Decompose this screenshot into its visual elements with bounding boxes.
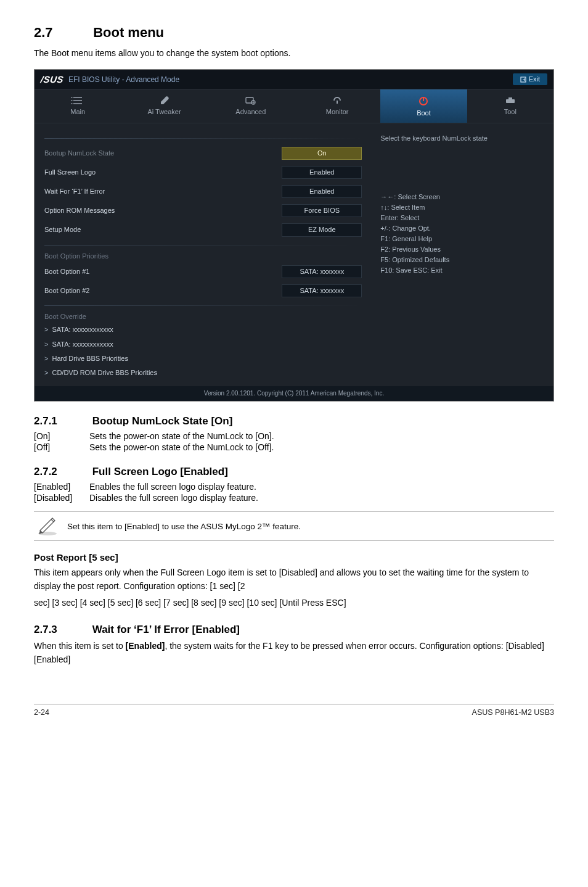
section-number: 2.7: [34, 25, 89, 41]
svg-rect-10: [508, 97, 512, 99]
def-val: Sets the power-on state of the NumLock t…: [89, 431, 554, 441]
key-hint: +/-: Change Opt.: [380, 223, 544, 234]
note-text: Set this item to [Enabled] to use the AS…: [67, 522, 301, 531]
page-number: 2-24: [34, 708, 49, 717]
subsection-title: Wait for ‘F1’ If Error [Enabled]: [92, 624, 240, 635]
exit-icon: [520, 76, 526, 83]
row-override-cd[interactable]: >CD/DVD ROM Drive BBS Priorities: [44, 366, 362, 380]
svg-point-2: [71, 100, 73, 101]
subsection-271: 2.7.1 Bootup NumLock State [On]: [34, 415, 554, 427]
list-icon: [71, 96, 84, 105]
monitor-icon: [330, 96, 344, 105]
label-numlock: Bootup NumLock State: [44, 149, 282, 157]
bios-panel: /SUS EFI BIOS Utility - Advanced Mode Ex…: [34, 69, 554, 402]
key-hint: Enter: Select: [380, 213, 544, 223]
note-pencil-icon: [35, 516, 60, 537]
post-report-p1: This item appears only when the Full Scr…: [34, 566, 554, 593]
tab-advanced[interactable]: Advanced: [208, 89, 294, 122]
bios-titlebar: /SUS EFI BIOS Utility - Advanced Mode Ex…: [35, 70, 553, 89]
label-override-sata2: SATA: xxxxxxxxxxxx: [52, 340, 362, 349]
label-optrom: Option ROM Messages: [44, 207, 282, 215]
subsection-title: Full Screen Logo [Enabled]: [92, 466, 228, 477]
body-bold: [Enabled]: [126, 641, 165, 651]
subsection-number: 2.7.3: [34, 624, 89, 636]
boot-override-header: Boot Override: [44, 311, 362, 323]
key-hints: →←: Select Screen ↑↓: Select Item Enter:…: [380, 192, 544, 276]
tab-ai-tweaker[interactable]: Ai Tweaker: [121, 89, 207, 122]
row-override-hdd[interactable]: >Hard Drive BBS Priorities: [44, 352, 362, 366]
label-override-cd: CD/DVD ROM Drive BBS Priorities: [52, 369, 362, 377]
row-override-sata2[interactable]: >SATA: xxxxxxxxxxxx: [44, 337, 362, 352]
key-hint: F1: General Help: [380, 234, 544, 244]
label-override-sata1: SATA: xxxxxxxxxxxx: [52, 326, 362, 334]
bios-title: EFI BIOS Utility - Advanced Mode: [68, 75, 179, 84]
row-numlock[interactable]: Bootup NumLock State On: [44, 144, 362, 163]
def-val: Sets the power-on state of the NumLock t…: [89, 442, 554, 452]
row-optrom[interactable]: Option ROM Messages Force BIOS: [44, 201, 362, 220]
advanced-icon: [244, 96, 258, 105]
svg-rect-8: [423, 97, 424, 101]
section-heading: 2.7 Boot menu: [34, 25, 554, 41]
tab-tool-label: Tool: [467, 108, 553, 116]
bios-footer: Version 2.00.1201. Copyright (C) 2011 Am…: [35, 386, 553, 401]
subsection-273-body: When this item is set to [Enabled], the …: [34, 640, 554, 666]
key-hint: F5: Optimized Defaults: [380, 255, 544, 265]
key-hint: F10: Save ESC: Exit: [380, 265, 544, 276]
row-setupmode[interactable]: Setup Mode EZ Mode: [44, 220, 362, 239]
value-logo[interactable]: Enabled: [282, 166, 362, 179]
label-setupmode: Setup Mode: [44, 226, 282, 234]
brand-logo: /SUS: [40, 74, 65, 85]
def-key: [On]: [34, 431, 89, 441]
label-logo: Full Screen Logo: [44, 168, 282, 176]
key-hint: ↑↓: Select Item: [380, 202, 544, 213]
row-waitf1[interactable]: Wait For ‘F1’ If Error Enabled: [44, 182, 362, 201]
value-numlock[interactable]: On: [282, 147, 362, 160]
value-setupmode[interactable]: EZ Mode: [282, 223, 362, 236]
tool-icon: [504, 96, 517, 105]
tab-boot[interactable]: Boot: [380, 89, 467, 122]
post-report-heading: Post Report [5 sec]: [34, 552, 554, 563]
product-name: ASUS P8H61-M2 USB3: [472, 708, 554, 717]
def-key: [Off]: [34, 442, 89, 452]
tab-main[interactable]: Main: [35, 89, 121, 122]
svg-point-3: [71, 103, 73, 104]
section-title: Boot menu: [93, 25, 164, 40]
svg-rect-9: [506, 99, 515, 103]
row-boot-opt1[interactable]: Boot Option #1 SATA: xxxxxxx: [44, 262, 362, 281]
row-override-sata1[interactable]: >SATA: xxxxxxxxxxxx: [44, 323, 362, 337]
tab-monitor[interactable]: Monitor: [294, 89, 380, 122]
row-boot-opt2[interactable]: Boot Option #2 SATA: xxxxxxx: [44, 281, 362, 300]
power-icon: [417, 96, 430, 107]
def-val: Disables the full screen logo display fe…: [89, 493, 554, 503]
value-boot-opt2[interactable]: SATA: xxxxxxx: [282, 284, 362, 297]
value-optrom[interactable]: Force BIOS: [282, 204, 362, 217]
key-hint: F2: Previous Values: [380, 244, 544, 255]
value-waitf1[interactable]: Enabled: [282, 185, 362, 198]
def-list-272: [Enabled]Enables the full screen logo di…: [34, 482, 554, 503]
label-override-hdd: Hard Drive BBS Priorities: [52, 355, 362, 363]
tab-monitor-label: Monitor: [294, 108, 380, 116]
tab-tool[interactable]: Tool: [467, 89, 553, 122]
def-key: [Enabled]: [34, 482, 89, 492]
chevron-right-icon: >: [44, 355, 48, 363]
tab-boot-label: Boot: [380, 109, 467, 117]
chevron-right-icon: >: [44, 369, 48, 377]
value-boot-opt1[interactable]: SATA: xxxxxxx: [282, 265, 362, 278]
def-val: Enables the full screen logo display fea…: [89, 482, 554, 492]
tab-advanced-label: Advanced: [208, 108, 294, 116]
svg-point-1: [71, 97, 73, 98]
subsection-title: Bootup NumLock State [On]: [92, 415, 233, 427]
chevron-right-icon: >: [44, 326, 48, 334]
label-waitf1: Wait For ‘F1’ If Error: [44, 188, 282, 196]
tab-ai-label: Ai Tweaker: [121, 108, 207, 116]
subsection-number: 2.7.1: [34, 415, 89, 427]
page-footer: 2-24 ASUS P8H61-M2 USB3: [34, 704, 554, 717]
section-intro: The Boot menu items allow you to change …: [34, 47, 554, 59]
bios-tabs: Main Ai Tweaker Advanced Monitor Boot To…: [35, 89, 553, 123]
subsection-273: 2.7.3 Wait for ‘F1’ If Error [Enabled]: [34, 624, 554, 636]
row-logo[interactable]: Full Screen Logo Enabled: [44, 163, 362, 182]
exit-label: Exit: [529, 75, 540, 83]
wrench-icon: [157, 96, 171, 105]
help-text: Select the keyboard NumLock state: [380, 134, 544, 142]
exit-button[interactable]: Exit: [513, 73, 547, 85]
